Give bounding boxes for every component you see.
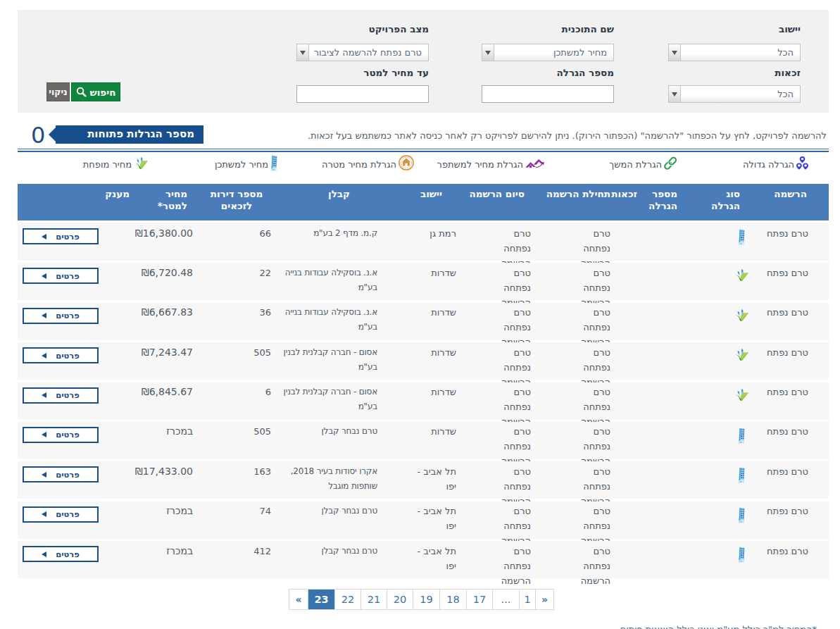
cell-contractor: א.נ. בוסקילה עבודות בנייה בע"מ <box>268 305 377 335</box>
details-button[interactable]: פרטים <box>23 228 99 244</box>
details-button[interactable]: פרטים <box>23 546 99 562</box>
cell-price-per-meter: ₪7,243.47 <box>115 345 193 360</box>
lottery-registration-page: יישוב הכל שם התוכנית מחיר למשתכן מצב הפר… <box>0 0 840 629</box>
cell-apartments: 163 <box>229 464 271 479</box>
clear-button[interactable]: ניקוי <box>46 82 70 101</box>
triangle-left-icon <box>42 392 46 398</box>
pagination-page-23[interactable]: 23 <box>308 589 335 610</box>
legend-item-label: מחיר למשתכן <box>215 159 268 170</box>
cell-price-per-meter: ₪17,433.00 <box>115 464 193 479</box>
cell-price-per-meter: במכרז <box>115 504 193 518</box>
pagination-page-19[interactable]: 19 <box>413 589 440 610</box>
pagination-page-21[interactable]: 21 <box>361 589 387 610</box>
cell-contractor: טרם נבחר קבלן <box>268 544 377 559</box>
details-button-label: פרטים <box>56 509 80 519</box>
project-status-filter-dropdown-button[interactable] <box>297 44 309 61</box>
cell-city: שדרות <box>415 385 456 399</box>
table-row: טרם נפתח טרם נפתחה הרשמה טרם נפתחה הרשמה… <box>18 382 829 420</box>
cell-contractor: טרם נבחר קבלן <box>268 424 377 439</box>
col-header-contractor: קבלן <box>308 188 350 200</box>
cell-apartments: 36 <box>229 305 271 320</box>
details-button[interactable]: פרטים <box>23 268 99 284</box>
legend-item-label: הגרלת המשך <box>609 159 662 170</box>
triangle-left-icon <box>42 353 46 359</box>
legend-item-building: מחיר למשתכן <box>215 155 277 173</box>
details-button[interactable]: פרטים <box>23 308 99 324</box>
details-button[interactable]: פרטים <box>23 466 99 482</box>
cell-registration: טרם נפתח <box>752 266 808 280</box>
chevron-down-icon <box>300 51 306 55</box>
table-row: טרם נפתח טרם נפתחה הרשמה טרם נפתחה הרשמה… <box>18 541 829 578</box>
eligibility-filter-dropdown-button[interactable] <box>669 86 681 102</box>
coin-house-icon <box>399 155 414 170</box>
chain-icon <box>664 156 677 170</box>
cell-price-per-meter: במכרז <box>115 544 193 559</box>
pagination-page-...[interactable]: ... <box>493 589 520 610</box>
chevron-down-icon <box>485 51 491 55</box>
max-price-input[interactable] <box>296 85 429 103</box>
details-button[interactable]: פרטים <box>23 387 99 404</box>
cell-registration: טרם נפתח <box>752 385 808 399</box>
pagination-page-18[interactable]: 18 <box>440 589 467 610</box>
details-button-label: פרטים <box>56 390 80 400</box>
cell-contractor: טרם נבחר קבלן <box>268 504 377 518</box>
cell-city: שדרות <box>415 305 456 320</box>
details-button-label: פרטים <box>56 549 80 559</box>
cell-price-per-meter: ₪6,845.67 <box>115 385 193 399</box>
eligibility-filter-label: זכאות <box>775 67 801 78</box>
col-header-apartments: מספר דירות לזכאים <box>205 188 268 212</box>
cell-contractor: אסום - חברה קבלנית לבנין בע"מ <box>268 385 377 414</box>
program-filter-dropdown-button[interactable] <box>482 44 494 61</box>
col-header-registration-end: סיום הרשמה <box>461 188 525 200</box>
pagination-next-icon[interactable]: » <box>536 589 554 610</box>
table-row: טרם נפתח טרם נפתחה הרשמה טרם נפתחה הרשמה… <box>18 263 829 300</box>
cell-apartments: 66 <box>229 226 271 241</box>
cell-registration: טרם נפתח <box>752 464 808 479</box>
pagination-page-22[interactable]: 22 <box>335 589 361 610</box>
cell-price-per-meter: ₪6,720.48 <box>115 266 193 280</box>
pagination-page-20[interactable]: 20 <box>387 589 413 610</box>
details-button[interactable]: פרטים <box>23 506 99 523</box>
pagination-page-1[interactable]: 1 <box>520 589 536 610</box>
program-filter-select[interactable]: מחיר למשתכן <box>482 44 614 61</box>
cell-city: תל אביב - יפו <box>415 504 456 533</box>
triangle-left-icon <box>42 472 46 478</box>
cell-contractor: אקרו יסודות בעיר 2018, שותפות מוגבל <box>268 464 377 494</box>
project-status-filter-select[interactable]: טרם נפתח להרשמה לציבור <box>296 44 429 61</box>
city-filter-dropdown-button[interactable] <box>669 44 681 61</box>
cell-apartments: 6 <box>229 385 271 399</box>
registration-instruction-text: להרשמה לפרויקט, לחץ על הכפתור "להרשמה" (… <box>308 130 827 141</box>
eligibility-filter-select[interactable]: הכל <box>668 85 801 103</box>
building-icon <box>738 467 745 483</box>
triangle-left-icon <box>42 511 46 517</box>
cell-city: שדרות <box>415 424 456 439</box>
pagination-page-17[interactable]: 17 <box>467 589 493 610</box>
cell-apartments: 412 <box>229 544 271 559</box>
cell-price-per-meter: במכרז <box>115 424 193 439</box>
legend-item-label: מחיר מופחת <box>83 159 132 170</box>
open-lotteries-count: 0 <box>31 122 45 149</box>
lottery-table-body: טרם נפתח טרם נפתחה הרשמה טרם נפתחה הרשמה… <box>18 223 829 581</box>
cell-registration-start: טרם נפתחה הרשמה <box>565 544 610 588</box>
max-price-filter-label: עד מחיר למטר <box>363 67 429 78</box>
search-button[interactable]: חיפוש <box>71 82 120 101</box>
legend-item-pins: הגרלה גדולה <box>743 155 808 173</box>
triangle-left-icon <box>42 313 46 318</box>
cell-registration: טרם נפתח <box>752 504 808 518</box>
city-filter-value: הכל <box>777 44 794 61</box>
col-header-grant: מענק <box>94 188 130 200</box>
price-footnote: *המחיר למ"ר כולל מע"מ ואינו כולל הוצאות … <box>620 624 817 629</box>
lottery-number-input[interactable] <box>482 85 614 103</box>
details-button[interactable]: פרטים <box>23 347 99 363</box>
details-button-label: פרטים <box>56 311 80 320</box>
search-icon <box>76 87 87 97</box>
legend-item-roof-arrow: הגרלת מחיר למשתפר <box>437 155 545 173</box>
triangle-left-icon <box>42 432 46 437</box>
cell-registration: טרם נפתח <box>752 424 808 439</box>
details-button[interactable]: פרטים <box>23 427 99 443</box>
table-row: טרם נפתח טרם נפתחה הרשמה טרם נפתחה הרשמה… <box>18 461 829 499</box>
filter-panel: יישוב הכל שם התוכנית מחיר למשתכן מצב הפר… <box>18 10 829 113</box>
col-header-registration: הרשמה <box>758 188 807 200</box>
city-filter-select[interactable]: הכל <box>668 44 801 61</box>
pagination-prev-icon[interactable]: « <box>289 589 308 610</box>
